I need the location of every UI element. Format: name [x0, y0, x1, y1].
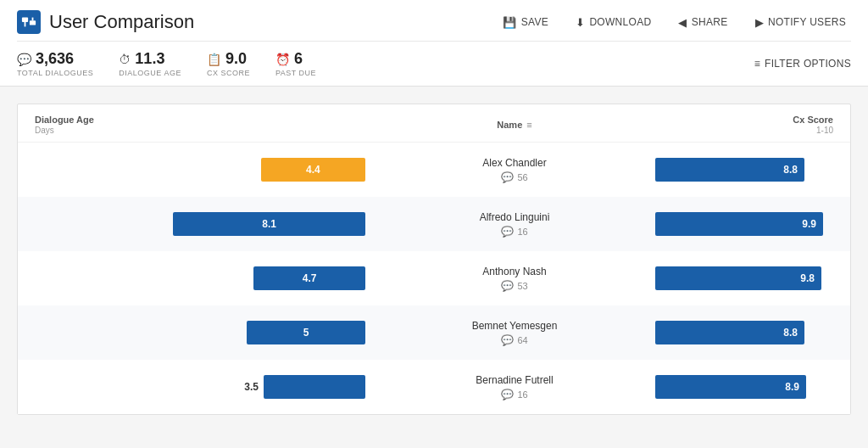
notify-users-button[interactable]: ▶ NOTIFY USERS	[750, 13, 851, 32]
cx-bar-container: 9.8	[655, 266, 825, 290]
left-column-header: Dialogue Age Days	[35, 115, 382, 135]
dialogues-count: 💬 56	[501, 171, 527, 183]
cx-bar: 9.8	[655, 266, 821, 290]
name-cell: Bernadine Futrell 💬 16	[382, 374, 647, 400]
page-title: User Comparison	[49, 11, 194, 33]
cx-bar: 8.8	[655, 158, 804, 182]
cx-bar: 8.9	[655, 375, 806, 399]
chart-container: Dialogue Age Days Name ≡ Cx Score 1-10 4…	[17, 104, 851, 415]
age-bar-container: 5	[128, 321, 365, 344]
cx-bar-container: 8.9	[655, 375, 825, 399]
name-filter-icon[interactable]: ≡	[526, 120, 531, 130]
stat-total-dialogues: 💬 3,636 TOTAL DIALOGUES	[17, 50, 93, 77]
age-bar-container: 4.4	[128, 158, 365, 182]
svg-rect-1	[30, 20, 36, 25]
age-bar-cell: 4.7	[35, 266, 382, 290]
download-icon: ⬇	[576, 16, 585, 29]
age-bar	[264, 375, 365, 399]
age-bar-container: 4.7	[128, 266, 365, 290]
age-bar: 4.4	[261, 158, 365, 182]
header-actions: 💾 SAVE ⬇ DOWNLOAD ◀ SHARE ▶ NOTIFY USERS	[498, 13, 851, 32]
notify-icon: ▶	[755, 16, 764, 29]
table-row: 4.4 Alex Chandler 💬 56 8.8	[18, 143, 850, 197]
dialogue-icon: 💬	[501, 171, 514, 183]
name-cell: Bemnet Yemesgen 💬 64	[382, 320, 647, 346]
table-row: 4.7 Anthony Nash 💬 53 9.8	[18, 251, 850, 305]
logo-title: User Comparison	[17, 10, 194, 34]
stat-past-due: ⏰ 6 PAST DUE	[275, 50, 316, 77]
dialogues-icon: 💬	[17, 53, 31, 66]
dialogue-icon: 💬	[501, 334, 514, 346]
name-cell: Alex Chandler 💬 56	[382, 157, 647, 183]
age-bar: 4.7	[253, 266, 365, 290]
filter-lines-icon: ≡	[754, 58, 760, 70]
dialogues-count: 💬 53	[501, 280, 527, 292]
cx-bar-cell: 9.8	[647, 266, 833, 290]
cx-bar-container: 8.8	[655, 158, 825, 182]
age-bar: 5	[247, 321, 365, 344]
right-column-header: Cx Score 1-10	[647, 115, 833, 135]
age-bar-container: 8.1	[128, 212, 365, 236]
name-cell: Anthony Nash 💬 53	[382, 266, 647, 292]
age-bar-cell: 5	[35, 321, 382, 344]
dialogues-count: 💬 16	[501, 389, 527, 400]
dialogue-icon: 💬	[501, 226, 514, 238]
alarm-icon: ⏰	[275, 53, 290, 66]
age-bar-container: 3.5	[128, 375, 365, 399]
filter-options-button[interactable]: ≡ FILTER OPTIONS	[754, 58, 851, 70]
center-column-header: Name ≡	[382, 115, 647, 135]
stat-dialogue-age: ⏱ 11.3 DIALOGUE AGE	[119, 50, 181, 77]
cx-bar-cell: 8.8	[647, 158, 833, 182]
age-bar-cell: 8.1	[35, 212, 382, 236]
svg-rect-0	[22, 18, 28, 22]
cx-bar: 8.8	[655, 321, 804, 344]
dialogues-count: 💬 16	[501, 226, 527, 238]
chart-header: Dialogue Age Days Name ≡ Cx Score 1-10	[18, 104, 850, 143]
cx-bar-cell: 8.9	[647, 375, 833, 399]
cx-bar-container: 8.8	[655, 321, 825, 344]
app-logo	[17, 10, 41, 34]
cx-bar-cell: 9.9	[647, 212, 833, 236]
table-row: 3.5 Bernadine Futrell 💬 16 8.9	[18, 360, 850, 414]
name-cell: Alfredo Linguini 💬 16	[382, 211, 647, 238]
cx-bar-cell: 8.8	[647, 321, 833, 344]
dialogue-icon: 💬	[501, 389, 514, 400]
table-row: 5 Bemnet Yemesgen 💬 64 8.8	[18, 305, 850, 360]
share-icon: ◀	[678, 16, 687, 29]
age-bar-cell: 4.4	[35, 158, 382, 182]
table-row: 8.1 Alfredo Linguini 💬 16 9.9	[18, 197, 850, 251]
main-content: Dialogue Age Days Name ≡ Cx Score 1-10 4…	[0, 87, 868, 415]
dialogues-count: 💬 64	[501, 334, 527, 346]
clock-icon: ⏱	[119, 53, 131, 66]
age-bar-cell: 3.5	[35, 375, 382, 399]
dialogue-icon: 💬	[501, 280, 514, 292]
cx-bar-container: 9.9	[655, 212, 825, 236]
clipboard-icon: 📋	[207, 53, 221, 66]
save-button[interactable]: 💾 SAVE	[498, 13, 554, 32]
age-bar: 8.1	[173, 212, 365, 236]
stat-cx-score: 📋 9.0 CX SCORE	[207, 50, 250, 77]
save-icon: 💾	[503, 16, 516, 29]
stats-bar: 💬 3,636 TOTAL DIALOGUES ⏱ 11.3 DIALOGUE …	[17, 42, 851, 86]
cx-bar: 9.9	[655, 212, 823, 236]
share-button[interactable]: ◀ SHARE	[673, 13, 732, 32]
download-button[interactable]: ⬇ DOWNLOAD	[570, 13, 656, 32]
